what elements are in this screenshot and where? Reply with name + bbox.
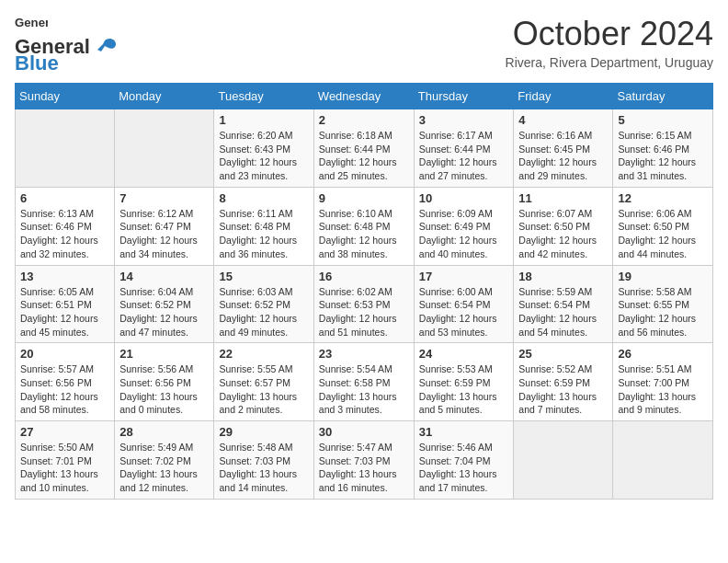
calendar-cell [16,109,115,188]
cell-info: Sunrise: 6:13 AM Sunset: 6:46 PM Dayligh… [20,207,109,261]
svg-text:General: General [15,16,48,29]
calendar-cell: 15Sunrise: 6:03 AM Sunset: 6:52 PM Dayli… [214,265,313,343]
day-number: 28 [119,425,209,439]
cell-info: Sunrise: 6:12 AM Sunset: 6:47 PM Dayligh… [119,207,209,261]
page-header: General General Blue October 2024 Rivera… [15,15,713,75]
cell-info: Sunrise: 6:18 AM Sunset: 6:44 PM Dayligh… [319,129,409,183]
day-number: 2 [319,113,409,127]
cell-info: Sunrise: 6:04 AM Sunset: 6:52 PM Dayligh… [119,285,209,339]
day-number: 14 [119,270,209,283]
day-number: 21 [119,347,209,361]
calendar-cell: 19Sunrise: 5:58 AM Sunset: 6:55 PM Dayli… [613,265,713,343]
cell-info: Sunrise: 5:59 AM Sunset: 6:54 PM Dayligh… [518,285,608,339]
cell-info: Sunrise: 6:11 AM Sunset: 6:48 PM Dayligh… [219,207,308,261]
calendar-week-row: 20Sunrise: 5:57 AM Sunset: 6:56 PM Dayli… [16,343,713,421]
calendar-cell: 26Sunrise: 5:51 AM Sunset: 7:00 PM Dayli… [613,343,713,421]
cell-info: Sunrise: 6:20 AM Sunset: 6:43 PM Dayligh… [219,129,308,183]
cell-info: Sunrise: 5:55 AM Sunset: 6:57 PM Dayligh… [219,362,308,417]
calendar-cell [613,421,713,500]
day-number: 7 [119,191,209,205]
day-number: 15 [219,270,308,283]
calendar-week-row: 13Sunrise: 6:05 AM Sunset: 6:51 PM Dayli… [16,265,713,343]
title-block: October 2024 Rivera, Rivera Department, … [506,15,713,70]
calendar-cell: 1Sunrise: 6:20 AM Sunset: 6:43 PM Daylig… [214,109,313,188]
cell-info: Sunrise: 6:05 AM Sunset: 6:51 PM Dayligh… [20,285,109,339]
calendar-cell: 27Sunrise: 5:50 AM Sunset: 7:01 PM Dayli… [16,421,115,500]
day-number: 29 [219,425,308,439]
cell-info: Sunrise: 6:03 AM Sunset: 6:52 PM Dayligh… [219,285,308,339]
cell-info: Sunrise: 5:47 AM Sunset: 7:03 PM Dayligh… [319,441,409,495]
day-number: 8 [219,191,308,205]
calendar-cell [115,109,214,188]
calendar-cell: 24Sunrise: 5:53 AM Sunset: 6:59 PM Dayli… [414,343,514,421]
calendar-cell: 31Sunrise: 5:46 AM Sunset: 7:04 PM Dayli… [414,421,514,500]
calendar-week-row: 1Sunrise: 6:20 AM Sunset: 6:43 PM Daylig… [16,109,713,188]
calendar-table: SundayMondayTuesdayWednesdayThursdayFrid… [15,83,713,500]
day-number: 26 [618,347,708,361]
weekday-header-row: SundayMondayTuesdayWednesdayThursdayFrid… [16,84,713,109]
calendar-cell: 9Sunrise: 6:10 AM Sunset: 6:48 PM Daylig… [313,187,414,265]
calendar-cell: 12Sunrise: 6:06 AM Sunset: 6:50 PM Dayli… [613,187,713,265]
cell-info: Sunrise: 6:15 AM Sunset: 6:46 PM Dayligh… [618,129,708,183]
logo: General General Blue [15,15,118,75]
calendar-cell: 10Sunrise: 6:09 AM Sunset: 6:49 PM Dayli… [414,187,514,265]
weekday-header-sunday: Sunday [16,84,115,109]
weekday-header-wednesday: Wednesday [313,84,414,109]
calendar-cell: 29Sunrise: 5:48 AM Sunset: 7:03 PM Dayli… [214,421,313,500]
month-year-title: October 2024 [506,15,713,53]
calendar-cell: 7Sunrise: 6:12 AM Sunset: 6:47 PM Daylig… [115,187,214,265]
day-number: 4 [518,113,608,127]
day-number: 25 [518,347,608,361]
day-number: 3 [419,113,509,127]
cell-info: Sunrise: 6:16 AM Sunset: 6:45 PM Dayligh… [518,129,608,183]
cell-info: Sunrise: 6:17 AM Sunset: 6:44 PM Dayligh… [419,129,509,183]
day-number: 20 [20,347,109,361]
weekday-header-monday: Monday [115,84,214,109]
day-number: 10 [419,191,509,205]
calendar-cell [514,421,613,500]
logo-blue: Blue [15,52,59,75]
calendar-cell: 22Sunrise: 5:55 AM Sunset: 6:57 PM Dayli… [214,343,313,421]
calendar-cell: 2Sunrise: 6:18 AM Sunset: 6:44 PM Daylig… [313,109,414,188]
cell-info: Sunrise: 5:49 AM Sunset: 7:02 PM Dayligh… [119,441,209,495]
cell-info: Sunrise: 5:54 AM Sunset: 6:58 PM Dayligh… [319,362,409,417]
cell-info: Sunrise: 5:56 AM Sunset: 6:56 PM Dayligh… [119,362,209,417]
calendar-cell: 11Sunrise: 6:07 AM Sunset: 6:50 PM Dayli… [514,187,613,265]
calendar-cell: 3Sunrise: 6:17 AM Sunset: 6:44 PM Daylig… [414,109,514,188]
day-number: 17 [419,270,509,283]
logo-bird-icon [92,37,118,57]
day-number: 5 [618,113,708,127]
day-number: 27 [20,425,109,439]
calendar-week-row: 6Sunrise: 6:13 AM Sunset: 6:46 PM Daylig… [16,187,713,265]
weekday-header-tuesday: Tuesday [214,84,313,109]
weekday-header-friday: Friday [514,84,613,109]
weekday-header-thursday: Thursday [414,84,514,109]
day-number: 13 [20,270,109,283]
day-number: 18 [518,270,608,283]
cell-info: Sunrise: 5:46 AM Sunset: 7:04 PM Dayligh… [419,441,509,495]
day-number: 22 [219,347,308,361]
cell-info: Sunrise: 5:48 AM Sunset: 7:03 PM Dayligh… [219,441,308,495]
weekday-header-saturday: Saturday [613,84,713,109]
day-number: 6 [20,191,109,205]
day-number: 12 [618,191,708,205]
calendar-cell: 28Sunrise: 5:49 AM Sunset: 7:02 PM Dayli… [115,421,214,500]
logo-icon: General [15,15,48,33]
cell-info: Sunrise: 5:52 AM Sunset: 6:59 PM Dayligh… [518,362,608,417]
calendar-cell: 4Sunrise: 6:16 AM Sunset: 6:45 PM Daylig… [514,109,613,188]
cell-info: Sunrise: 6:00 AM Sunset: 6:54 PM Dayligh… [419,285,509,339]
calendar-cell: 14Sunrise: 6:04 AM Sunset: 6:52 PM Dayli… [115,265,214,343]
cell-info: Sunrise: 6:09 AM Sunset: 6:49 PM Dayligh… [419,207,509,261]
location-subtitle: Rivera, Rivera Department, Uruguay [506,55,713,70]
calendar-cell: 21Sunrise: 5:56 AM Sunset: 6:56 PM Dayli… [115,343,214,421]
cell-info: Sunrise: 5:53 AM Sunset: 6:59 PM Dayligh… [419,362,509,417]
cell-info: Sunrise: 5:51 AM Sunset: 7:00 PM Dayligh… [618,362,708,417]
calendar-cell: 18Sunrise: 5:59 AM Sunset: 6:54 PM Dayli… [514,265,613,343]
cell-info: Sunrise: 5:57 AM Sunset: 6:56 PM Dayligh… [20,362,109,417]
day-number: 30 [319,425,409,439]
cell-info: Sunrise: 6:02 AM Sunset: 6:53 PM Dayligh… [319,285,409,339]
cell-info: Sunrise: 6:10 AM Sunset: 6:48 PM Dayligh… [319,207,409,261]
day-number: 9 [319,191,409,205]
day-number: 23 [319,347,409,361]
calendar-cell: 20Sunrise: 5:57 AM Sunset: 6:56 PM Dayli… [16,343,115,421]
